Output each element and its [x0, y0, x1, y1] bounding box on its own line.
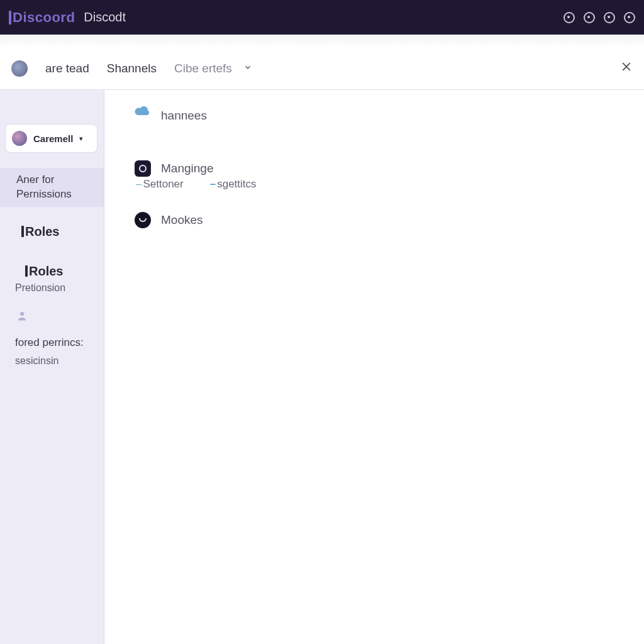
user-name: Caremell — [33, 133, 73, 144]
content-area: hannees Manginge Settoner sgettitcs Mook… — [104, 90, 644, 644]
emoji-icon — [135, 212, 151, 228]
chevron-down-icon: ▾ — [79, 135, 83, 143]
topbar-icon-group — [564, 12, 635, 23]
breadcrumb-bar: are tead Shannels Cibe ertefs — [0, 47, 644, 90]
section-channels[interactable]: hannees — [135, 108, 644, 124]
top-app-bar: Discoord Discodt — [0, 0, 644, 35]
sidebar-item-pretionsion[interactable]: Pretionsion — [0, 281, 104, 300]
section-manage[interactable]: Manginge — [135, 160, 644, 177]
person-icon — [16, 310, 28, 321]
clock-icon[interactable] — [604, 12, 615, 23]
manage-subtabs: Settoner sgettitcs — [136, 178, 644, 191]
sidebar-item-sesic[interactable]: sesicinsin — [0, 355, 104, 373]
main-region: Caremell ▾ Aner for Pernissions Roles Ro… — [0, 90, 644, 644]
settings-icon[interactable] — [624, 12, 635, 23]
server-icon[interactable] — [11, 60, 28, 77]
sidebar-item-label: Aner for — [16, 173, 92, 187]
sidebar-person-icon-row — [0, 300, 104, 324]
app-logo-text: Discoord — [13, 9, 75, 26]
sidebar-heading-roles: Roles — [0, 207, 104, 242]
section-label: Manginge — [161, 162, 213, 175]
tab-settoner[interactable]: Settoner — [136, 178, 184, 191]
breadcrumb-item-2[interactable]: Shannels — [107, 62, 157, 75]
refresh-icon[interactable] — [584, 12, 595, 23]
globe-icon[interactable] — [564, 12, 575, 23]
avatar — [12, 131, 27, 146]
svg-point-2 — [20, 312, 24, 316]
sidebar-item-roles[interactable]: Roles — [0, 258, 104, 281]
breadcrumb-item-3[interactable]: Cibe ertefs — [174, 62, 232, 75]
settings-sidebar: Caremell ▾ Aner for Pernissions Roles Ro… — [0, 90, 104, 644]
topbar-shadow — [0, 35, 644, 47]
gear-icon — [135, 160, 151, 177]
section-label: hannees — [161, 109, 207, 123]
breadcrumb-item-1[interactable]: are tead — [45, 62, 89, 75]
section-label: Mookes — [161, 213, 203, 227]
app-logo[interactable]: Discoord — [9, 9, 75, 26]
tab-sgettits[interactable]: sgettitcs — [210, 178, 257, 191]
sidebar-item-ored[interactable]: fored perrincs: — [0, 335, 104, 355]
sidebar-item-permissions[interactable]: Aner for Pernissions — [0, 168, 104, 207]
sidebar-item-label: Pernissions — [16, 187, 92, 202]
section-mookes[interactable]: Mookes — [135, 212, 644, 228]
chevron-down-icon[interactable] — [243, 63, 252, 74]
user-selector[interactable]: Caremell ▾ — [5, 124, 97, 153]
cloud-icon — [135, 104, 151, 120]
app-window-title: Discodt — [84, 10, 126, 25]
close-icon[interactable] — [620, 60, 633, 77]
